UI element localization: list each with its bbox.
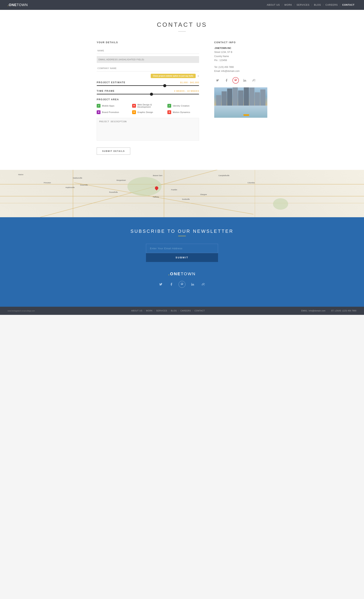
footer-pinterest-icon[interactable] bbox=[178, 281, 186, 288]
timeframe-label: TIME FRAME bbox=[97, 90, 115, 92]
checkbox-identity-label: Identity Creation bbox=[173, 105, 190, 107]
contact-address: Street 1234, ST B Country Name Pin : 123… bbox=[214, 50, 267, 62]
contact-form-section: YOUR DETAILS Close project estimte optio… bbox=[97, 41, 199, 155]
contact-facebook-icon[interactable] bbox=[223, 77, 230, 84]
footer-social-icons bbox=[8, 281, 356, 288]
newsletter-section: SUBSCRIBE TO OUR NEWSLETTER SUBMIT .ONET… bbox=[0, 217, 364, 307]
company-field-container bbox=[97, 65, 199, 71]
submit-button[interactable]: SUBMIT DETAILS bbox=[97, 148, 130, 155]
footer-nav-contact[interactable]: CONTACT bbox=[193, 310, 206, 312]
tooltip-bubble: Close project estimte option to just say… bbox=[151, 74, 196, 78]
boat-image bbox=[243, 114, 249, 116]
checkbox-web-design-label: Web Design & Development bbox=[137, 104, 164, 108]
contact-twitter-icon[interactable] bbox=[214, 77, 221, 84]
tooltip-close-button[interactable]: × bbox=[197, 74, 199, 78]
checkbox-motion-dynamics-box: ✕ bbox=[167, 110, 171, 114]
name-field-container bbox=[97, 48, 199, 54]
checkbox-identity[interactable]: ✓ Identity Creation bbox=[167, 104, 199, 108]
checkbox-web-design[interactable]: ✕ Web Design & Development bbox=[132, 104, 164, 108]
main-content: CONTACT US YOUR DETAILS Close project es… bbox=[0, 10, 364, 170]
timeframe-row: TIME FRAME 4 WEEKS - 10 WEEKS bbox=[97, 90, 199, 92]
timeframe-slider-track[interactable] bbox=[97, 94, 199, 94]
bottom-footer: www.heritagetech.ncrancollege.com ABOUT … bbox=[0, 307, 364, 315]
footer-nav-careers[interactable]: CAREERS bbox=[179, 310, 192, 312]
footer-nav-services[interactable]: SERVICES bbox=[155, 310, 169, 312]
contact-info-section: CONTACT INFO .ONETOWN INC Street 1234, S… bbox=[214, 41, 267, 155]
contact-social-icons bbox=[214, 77, 267, 84]
nav-careers[interactable]: CAREERS bbox=[324, 4, 340, 6]
footer-brand: .ONETOWN bbox=[8, 272, 356, 276]
page-title: CONTACT US bbox=[8, 21, 356, 28]
footer-website: www.heritagetech.ncrancollege.com bbox=[8, 310, 35, 312]
header: .ONETOWN ABOUT US / WORK / SERVICES / BL… bbox=[0, 0, 364, 10]
map-section: Marion Madisonville Princeton Greenville… bbox=[0, 170, 364, 217]
footer-facebook-icon[interactable] bbox=[168, 281, 175, 288]
estimate-value: $1,000 - $42,000 bbox=[180, 81, 199, 84]
email-field-container bbox=[97, 56, 199, 63]
project-estimate-container: PROJECT ESTIMATE $1,000 - $42,000 bbox=[97, 81, 199, 86]
timeframe-slider-thumb[interactable] bbox=[150, 93, 153, 96]
name-input[interactable] bbox=[97, 48, 199, 54]
checkbox-brand-promotion-box: ✕ bbox=[97, 110, 100, 114]
nav-services[interactable]: SERVICES bbox=[295, 4, 311, 6]
footer-skype-icon[interactable] bbox=[200, 281, 207, 288]
project-area-heading: PROJECT AREA bbox=[97, 98, 199, 101]
footer-nav-work[interactable]: WORK bbox=[144, 310, 154, 312]
description-field-container bbox=[97, 118, 199, 141]
nav-blog[interactable]: BLOG bbox=[312, 4, 323, 6]
footer-twitter-icon[interactable] bbox=[157, 281, 164, 288]
newsletter-submit-button[interactable]: SUBMIT bbox=[146, 253, 218, 262]
nav-about[interactable]: ABOUT US bbox=[265, 4, 282, 6]
description-textarea[interactable] bbox=[97, 118, 199, 141]
footer-right-info: EMAIL: Info@domain.com ST. LOUIS: (123) … bbox=[301, 310, 356, 312]
contact-city-image bbox=[214, 87, 267, 118]
company-input[interactable] bbox=[97, 65, 199, 71]
checkbox-brand-promotion[interactable]: ✕ Brand Promotion bbox=[97, 110, 128, 114]
checkbox-mobile-apps-box: ✓ bbox=[97, 104, 100, 108]
newsletter-divider bbox=[178, 236, 186, 236]
footer-nav: ABOUT US / WORK / SERVICES / BLOG / CARE… bbox=[130, 310, 206, 312]
checkbox-motion-dynamics[interactable]: ✕ Motion Dynamics bbox=[167, 110, 199, 114]
email-input[interactable] bbox=[97, 56, 199, 63]
checkbox-graphic-design-label: Graphic Design bbox=[137, 111, 153, 113]
contact-email: Email: info@domain.com bbox=[214, 69, 267, 73]
contact-info-heading: CONTACT INFO bbox=[214, 41, 267, 44]
contact-skype-icon[interactable] bbox=[251, 77, 257, 84]
estimate-slider-thumb[interactable] bbox=[163, 84, 166, 87]
contact-linkedin-icon[interactable] bbox=[241, 77, 248, 84]
footer-address: ST. LOUIS: (123) 456 7890 bbox=[331, 310, 356, 312]
timeframe-container: TIME FRAME 4 WEEKS - 10 WEEKS bbox=[97, 90, 199, 94]
map-pin bbox=[155, 186, 158, 190]
newsletter-email-input[interactable] bbox=[146, 244, 218, 253]
newsletter-title: SUBSCRIBE TO OUR NEWSLETTER bbox=[8, 229, 356, 234]
checkbox-graphic-design-box: ✕ bbox=[132, 110, 136, 114]
footer-linkedin-icon[interactable] bbox=[189, 281, 196, 288]
checkbox-mobile-apps-label: Mobile Apps bbox=[102, 105, 114, 107]
estimate-row: PROJECT ESTIMATE $1,000 - $42,000 bbox=[97, 81, 199, 84]
estimate-slider-track[interactable] bbox=[97, 85, 199, 86]
header-nav: ABOUT US / WORK / SERVICES / BLOG / CARE… bbox=[265, 4, 356, 6]
footer-email: EMAIL: Info@domain.com bbox=[301, 310, 326, 312]
checkbox-graphic-design[interactable]: ✕ Graphic Design bbox=[132, 110, 164, 114]
checkbox-mobile-apps[interactable]: ✓ Mobile Apps bbox=[97, 104, 128, 108]
checkbox-web-design-box: ✕ bbox=[132, 104, 136, 108]
checkbox-identity-box: ✓ bbox=[167, 104, 171, 108]
project-area-grid: ✓ Mobile Apps ✕ Web Design & Development… bbox=[97, 104, 199, 114]
timeframe-value: 4 WEEKS - 10 WEEKS bbox=[174, 90, 199, 92]
nav-contact[interactable]: CONTACT bbox=[340, 4, 356, 6]
contact-company: .ONETOWN INC bbox=[214, 47, 267, 50]
estimate-label: PROJECT ESTIMATE bbox=[97, 81, 125, 84]
footer-nav-blog[interactable]: BLOG bbox=[169, 310, 178, 312]
header-logo: .ONETOWN bbox=[8, 3, 28, 7]
tooltip-row: Close project estimte option to just say… bbox=[97, 74, 199, 78]
page-title-section: CONTACT US bbox=[8, 21, 356, 32]
checkbox-motion-dynamics-label: Motion Dynamics bbox=[173, 111, 190, 113]
footer-nav-about[interactable]: ABOUT US bbox=[130, 310, 144, 312]
contact-pinterest-icon[interactable] bbox=[232, 77, 239, 84]
contact-tel: Tel: (123) 456 7890 bbox=[214, 65, 267, 69]
page-title-divider bbox=[178, 31, 186, 32]
contact-layout: YOUR DETAILS Close project estimte optio… bbox=[97, 41, 267, 155]
nav-work[interactable]: WORK bbox=[283, 4, 294, 6]
your-details-heading: YOUR DETAILS bbox=[97, 41, 199, 44]
checkbox-brand-promotion-label: Brand Promotion bbox=[102, 111, 119, 113]
